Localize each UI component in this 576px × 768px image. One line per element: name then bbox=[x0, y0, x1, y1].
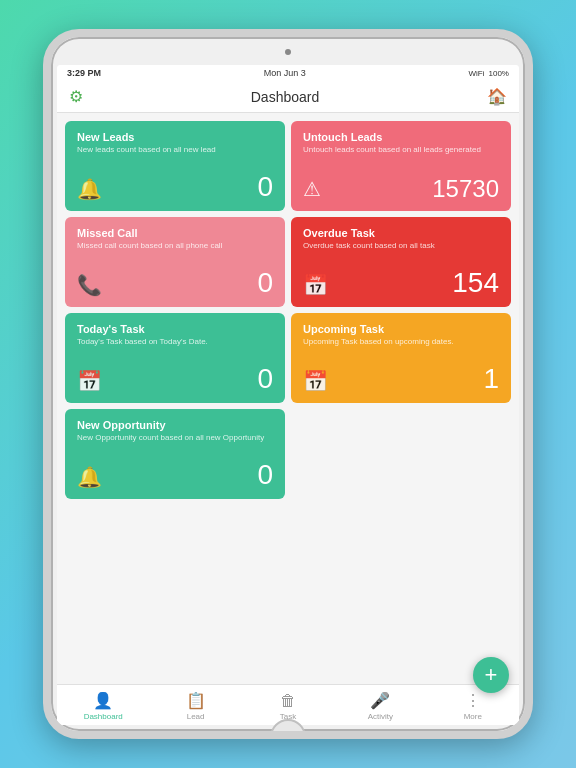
fab-button[interactable]: + bbox=[473, 657, 509, 693]
card-new-leads-title: New Leads bbox=[77, 131, 273, 143]
dashboard-grid: New Leads New leads count based on all n… bbox=[57, 113, 519, 684]
card-missed-call-icon: 📞 bbox=[77, 273, 102, 297]
card-new-leads-subtitle: New leads count based on all new lead bbox=[77, 145, 273, 155]
nav-dashboard-label: Dashboard bbox=[84, 712, 123, 721]
card-overdue-task[interactable]: Overdue Task Overdue task count based on… bbox=[291, 217, 511, 307]
tablet: 3:29 PM Mon Jun 3 WiFi 100% ⚙ Dashboard … bbox=[43, 29, 533, 739]
battery-icon: 100% bbox=[489, 69, 509, 78]
card-overdue-subtitle: Overdue task count based on all task bbox=[303, 241, 499, 251]
card-missed-call[interactable]: Missed Call Missed call count based on a… bbox=[65, 217, 285, 307]
nav-activity-icon: 🎤 bbox=[370, 691, 390, 710]
card-missed-call-title: Missed Call bbox=[77, 227, 273, 239]
card-overdue-title: Overdue Task bbox=[303, 227, 499, 239]
card-untouch-count: 15730 bbox=[432, 177, 499, 201]
nav-task[interactable]: 🗑 Task bbox=[242, 692, 334, 721]
card-missed-call-count: 0 bbox=[257, 269, 273, 297]
nav-lead-icon: 📋 bbox=[186, 691, 206, 710]
nav-more-icon: ⋮ bbox=[465, 691, 481, 710]
card-upcoming-subtitle: Upcoming Task based on upcoming dates. bbox=[303, 337, 499, 347]
card-opportunity-count: 0 bbox=[257, 461, 273, 489]
card-todays-task-icon: 📅 bbox=[77, 369, 102, 393]
card-new-leads-icon: 🔔 bbox=[77, 177, 102, 201]
nav-lead[interactable]: 📋 Lead bbox=[149, 691, 241, 721]
nav-activity[interactable]: 🎤 Activity bbox=[334, 691, 426, 721]
nav-more-label: More bbox=[464, 712, 482, 721]
card-upcoming-count: 1 bbox=[483, 365, 499, 393]
card-upcoming-icon: 📅 bbox=[303, 369, 328, 393]
header: ⚙ Dashboard 🏠 bbox=[57, 81, 519, 113]
header-title: Dashboard bbox=[83, 89, 487, 105]
card-overdue-icon: 📅 bbox=[303, 273, 328, 297]
card-new-opportunity[interactable]: New Opportunity New Opportunity count ba… bbox=[65, 409, 285, 499]
status-bar: 3:29 PM Mon Jun 3 WiFi 100% bbox=[57, 65, 519, 81]
card-todays-task-subtitle: Today's Task based on Today's Date. bbox=[77, 337, 273, 347]
card-todays-task-title: Today's Task bbox=[77, 323, 273, 335]
home-icon[interactable]: 🏠 bbox=[487, 87, 507, 106]
gear-icon[interactable]: ⚙ bbox=[69, 87, 83, 106]
nav-more[interactable]: ⋮ More bbox=[427, 691, 519, 721]
card-overdue-count: 154 bbox=[452, 269, 499, 297]
card-opportunity-icon: 🔔 bbox=[77, 465, 102, 489]
nav-lead-label: Lead bbox=[187, 712, 205, 721]
card-new-leads-count: 0 bbox=[257, 173, 273, 201]
card-todays-task[interactable]: Today's Task Today's Task based on Today… bbox=[65, 313, 285, 403]
card-untouch-icon: ⚠ bbox=[303, 177, 321, 201]
screen: 3:29 PM Mon Jun 3 WiFi 100% ⚙ Dashboard … bbox=[57, 65, 519, 725]
status-icons: WiFi 100% bbox=[469, 69, 509, 78]
wifi-icon: WiFi bbox=[469, 69, 485, 78]
status-time: 3:29 PM bbox=[67, 68, 101, 78]
nav-dashboard-icon: 👤 bbox=[93, 691, 113, 710]
card-new-leads[interactable]: New Leads New leads count based on all n… bbox=[65, 121, 285, 211]
fab-icon: + bbox=[485, 662, 498, 688]
card-untouch-subtitle: Untouch leads count based on all leads g… bbox=[303, 145, 499, 155]
card-opportunity-subtitle: New Opportunity count based on all new O… bbox=[77, 433, 273, 443]
card-upcoming-task[interactable]: Upcoming Task Upcoming Task based on upc… bbox=[291, 313, 511, 403]
nav-activity-label: Activity bbox=[368, 712, 393, 721]
nav-dashboard[interactable]: 👤 Dashboard bbox=[57, 691, 149, 721]
card-opportunity-title: New Opportunity bbox=[77, 419, 273, 431]
card-untouch-leads[interactable]: Untouch Leads Untouch leads count based … bbox=[291, 121, 511, 211]
card-untouch-title: Untouch Leads bbox=[303, 131, 499, 143]
card-missed-call-subtitle: Missed call count based on all phone cal… bbox=[77, 241, 273, 251]
card-todays-task-count: 0 bbox=[257, 365, 273, 393]
status-date: Mon Jun 3 bbox=[264, 68, 306, 78]
card-upcoming-title: Upcoming Task bbox=[303, 323, 499, 335]
nav-task-icon: 🗑 bbox=[280, 692, 296, 710]
